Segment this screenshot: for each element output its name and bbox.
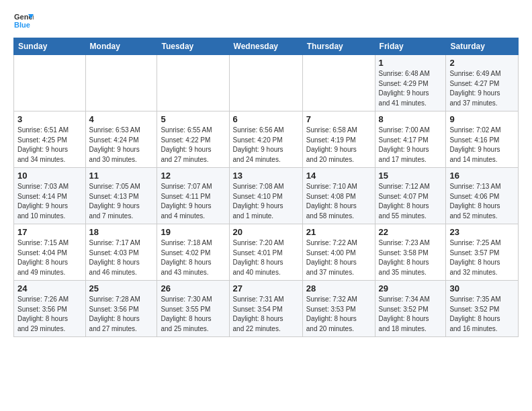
week-row-4: 17Sunrise: 7:15 AMSunset: 4:04 PMDayligh… — [14, 224, 519, 281]
day-info: Sunrise: 7:34 AMSunset: 3:52 PMDaylight:… — [379, 295, 443, 334]
day-number: 17 — [17, 227, 82, 237]
day-cell: 23Sunrise: 7:25 AMSunset: 3:57 PMDayligh… — [446, 224, 519, 281]
day-number: 1 — [379, 58, 443, 68]
day-info: Sunrise: 6:49 AMSunset: 4:27 PMDaylight:… — [449, 69, 515, 108]
day-info: Sunrise: 7:02 AMSunset: 4:16 PMDaylight:… — [449, 126, 515, 165]
weekday-header-saturday: Saturday — [446, 38, 519, 55]
day-info: Sunrise: 7:20 AMSunset: 4:01 PMDaylight:… — [233, 238, 299, 277]
weekday-header-wednesday: Wednesday — [229, 38, 302, 55]
day-cell: 20Sunrise: 7:20 AMSunset: 4:01 PMDayligh… — [229, 224, 302, 281]
day-number: 6 — [233, 114, 299, 124]
day-info: Sunrise: 7:17 AMSunset: 4:03 PMDaylight:… — [89, 238, 154, 277]
day-number: 20 — [233, 227, 299, 237]
day-cell: 2Sunrise: 6:49 AMSunset: 4:27 PMDaylight… — [446, 55, 519, 111]
day-number: 24 — [17, 283, 82, 293]
day-info: Sunrise: 7:22 AMSunset: 4:00 PMDaylight:… — [306, 238, 371, 277]
day-cell: 3Sunrise: 6:51 AMSunset: 4:25 PMDaylight… — [14, 111, 86, 168]
day-number: 10 — [17, 171, 82, 181]
week-row-5: 24Sunrise: 7:26 AMSunset: 3:56 PMDayligh… — [14, 281, 519, 337]
day-info: Sunrise: 7:28 AMSunset: 3:56 PMDaylight:… — [89, 295, 154, 334]
day-info: Sunrise: 6:58 AMSunset: 4:19 PMDaylight:… — [306, 126, 371, 165]
weekday-header-row: SundayMondayTuesdayWednesdayThursdayFrid… — [14, 38, 519, 55]
day-number: 18 — [89, 227, 154, 237]
day-cell: 21Sunrise: 7:22 AMSunset: 4:00 PMDayligh… — [302, 224, 375, 281]
day-cell: 10Sunrise: 7:03 AMSunset: 4:14 PMDayligh… — [14, 168, 86, 224]
svg-text:Blue: Blue — [14, 21, 30, 29]
day-info: Sunrise: 6:51 AMSunset: 4:25 PMDaylight:… — [17, 126, 82, 165]
day-number: 26 — [161, 283, 225, 293]
day-cell: 26Sunrise: 7:30 AMSunset: 3:55 PMDayligh… — [157, 281, 229, 337]
week-row-1: 1Sunrise: 6:48 AMSunset: 4:29 PMDaylight… — [14, 55, 519, 111]
day-number: 29 — [379, 283, 443, 293]
day-number: 7 — [306, 114, 371, 124]
day-number: 13 — [233, 171, 299, 181]
day-number: 5 — [161, 114, 225, 124]
week-row-2: 3Sunrise: 6:51 AMSunset: 4:25 PMDaylight… — [14, 111, 519, 168]
weekday-header-tuesday: Tuesday — [157, 38, 229, 55]
day-cell: 18Sunrise: 7:17 AMSunset: 4:03 PMDayligh… — [85, 224, 157, 281]
day-number: 22 — [379, 227, 443, 237]
day-info: Sunrise: 7:30 AMSunset: 3:55 PMDaylight:… — [161, 295, 225, 334]
day-number: 4 — [89, 114, 154, 124]
day-cell: 22Sunrise: 7:23 AMSunset: 3:58 PMDayligh… — [375, 224, 446, 281]
day-number: 11 — [89, 171, 154, 181]
day-cell: 28Sunrise: 7:32 AMSunset: 3:53 PMDayligh… — [302, 281, 375, 337]
day-cell: 5Sunrise: 6:55 AMSunset: 4:22 PMDaylight… — [157, 111, 229, 168]
calendar-table: SundayMondayTuesdayWednesdayThursdayFrid… — [13, 38, 519, 337]
page: General Blue SundayMondayTuesdayWednesda… — [0, 0, 532, 344]
day-info: Sunrise: 7:18 AMSunset: 4:02 PMDaylight:… — [161, 238, 225, 277]
day-cell: 25Sunrise: 7:28 AMSunset: 3:56 PMDayligh… — [85, 281, 157, 337]
day-cell: 19Sunrise: 7:18 AMSunset: 4:02 PMDayligh… — [157, 224, 229, 281]
day-number: 21 — [306, 227, 371, 237]
day-info: Sunrise: 7:31 AMSunset: 3:54 PMDaylight:… — [233, 295, 299, 334]
day-info: Sunrise: 7:03 AMSunset: 4:14 PMDaylight:… — [17, 182, 82, 221]
day-cell: 24Sunrise: 7:26 AMSunset: 3:56 PMDayligh… — [14, 281, 86, 337]
day-number: 27 — [233, 283, 299, 293]
weekday-header-thursday: Thursday — [302, 38, 375, 55]
day-number: 8 — [379, 114, 443, 124]
day-cell: 15Sunrise: 7:12 AMSunset: 4:07 PMDayligh… — [375, 168, 446, 224]
day-info: Sunrise: 7:13 AMSunset: 4:06 PMDaylight:… — [449, 182, 515, 221]
day-info: Sunrise: 7:15 AMSunset: 4:04 PMDaylight:… — [17, 238, 82, 277]
day-cell: 11Sunrise: 7:05 AMSunset: 4:13 PMDayligh… — [85, 168, 157, 224]
weekday-header-sunday: Sunday — [14, 38, 86, 55]
day-info: Sunrise: 7:26 AMSunset: 3:56 PMDaylight:… — [17, 295, 82, 334]
day-cell: 8Sunrise: 7:00 AMSunset: 4:17 PMDaylight… — [375, 111, 446, 168]
day-info: Sunrise: 7:07 AMSunset: 4:11 PMDaylight:… — [161, 182, 225, 221]
day-cell: 7Sunrise: 6:58 AMSunset: 4:19 PMDaylight… — [302, 111, 375, 168]
day-cell: 14Sunrise: 7:10 AMSunset: 4:08 PMDayligh… — [302, 168, 375, 224]
day-number: 3 — [17, 114, 82, 124]
day-cell: 9Sunrise: 7:02 AMSunset: 4:16 PMDaylight… — [446, 111, 519, 168]
day-info: Sunrise: 7:23 AMSunset: 3:58 PMDaylight:… — [379, 238, 443, 277]
logo: General Blue — [13, 11, 34, 31]
day-number: 2 — [449, 58, 515, 68]
day-cell — [157, 55, 229, 111]
day-info: Sunrise: 7:25 AMSunset: 3:57 PMDaylight:… — [449, 238, 515, 277]
day-info: Sunrise: 7:00 AMSunset: 4:17 PMDaylight:… — [379, 126, 443, 165]
day-cell: 6Sunrise: 6:56 AMSunset: 4:20 PMDaylight… — [229, 111, 302, 168]
day-number: 28 — [306, 283, 371, 293]
day-number: 16 — [449, 171, 515, 181]
day-number: 15 — [379, 171, 443, 181]
weekday-header-monday: Monday — [85, 38, 157, 55]
day-info: Sunrise: 6:48 AMSunset: 4:29 PMDaylight:… — [379, 69, 443, 108]
day-number: 30 — [449, 283, 515, 293]
logo-icon: General Blue — [13, 11, 34, 31]
day-cell: 1Sunrise: 6:48 AMSunset: 4:29 PMDaylight… — [375, 55, 446, 111]
day-info: Sunrise: 7:12 AMSunset: 4:07 PMDaylight:… — [379, 182, 443, 221]
header: General Blue — [13, 11, 519, 31]
day-number: 14 — [306, 171, 371, 181]
day-info: Sunrise: 6:56 AMSunset: 4:20 PMDaylight:… — [233, 126, 299, 165]
day-cell — [229, 55, 302, 111]
day-number: 25 — [89, 283, 154, 293]
day-cell: 27Sunrise: 7:31 AMSunset: 3:54 PMDayligh… — [229, 281, 302, 337]
day-cell: 30Sunrise: 7:35 AMSunset: 3:52 PMDayligh… — [446, 281, 519, 337]
day-cell — [302, 55, 375, 111]
day-cell: 4Sunrise: 6:53 AMSunset: 4:24 PMDaylight… — [85, 111, 157, 168]
day-cell: 29Sunrise: 7:34 AMSunset: 3:52 PMDayligh… — [375, 281, 446, 337]
day-info: Sunrise: 7:32 AMSunset: 3:53 PMDaylight:… — [306, 295, 371, 334]
day-info: Sunrise: 7:35 AMSunset: 3:52 PMDaylight:… — [449, 295, 515, 334]
day-info: Sunrise: 7:10 AMSunset: 4:08 PMDaylight:… — [306, 182, 371, 221]
day-cell: 17Sunrise: 7:15 AMSunset: 4:04 PMDayligh… — [14, 224, 86, 281]
day-info: Sunrise: 6:53 AMSunset: 4:24 PMDaylight:… — [89, 126, 154, 165]
